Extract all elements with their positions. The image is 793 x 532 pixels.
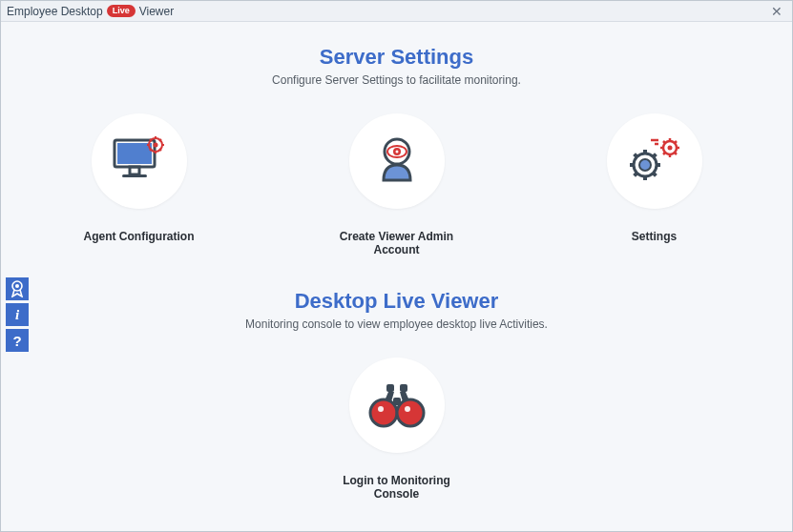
- svg-point-19: [667, 146, 672, 151]
- desktop-live-subtitle: Monitoring console to view employee desk…: [1, 317, 792, 331]
- info-button[interactable]: i: [6, 303, 29, 326]
- login-console-label: Login to Monitoring Console: [321, 474, 473, 501]
- server-settings-subtitle: Configure Server Settings to facilitate …: [1, 73, 792, 87]
- desktop-live-title: Desktop Live Viewer: [1, 289, 792, 314]
- svg-line-25: [675, 153, 677, 154]
- help-icon: ?: [12, 333, 21, 349]
- agent-configuration-icon-circle: [92, 113, 187, 209]
- settings-label: Settings: [632, 230, 677, 243]
- svg-rect-34: [630, 163, 635, 167]
- svg-line-12: [159, 139, 161, 141]
- login-console-tile[interactable]: Login to Monitoring Console: [321, 358, 473, 501]
- settings-icon-circle: [607, 113, 702, 209]
- live-badge: Live: [107, 5, 136, 17]
- tiles-row: Agent Configuration Create Viewer Admin …: [1, 113, 792, 256]
- svg-rect-35: [656, 163, 660, 167]
- agent-configuration-tile[interactable]: Agent Configuration: [63, 113, 216, 256]
- settings-tile[interactable]: Settings: [578, 113, 731, 256]
- agent-configuration-label: Agent Configuration: [84, 230, 195, 243]
- svg-point-43: [370, 399, 397, 426]
- svg-rect-1: [117, 143, 152, 164]
- login-console-icon-circle: [349, 358, 445, 453]
- svg-point-31: [639, 159, 651, 171]
- svg-point-46: [405, 406, 410, 412]
- section-desktop-live: Desktop Live Viewer Monitoring console t…: [1, 289, 792, 501]
- create-admin-icon-circle: [349, 113, 445, 209]
- svg-rect-40: [386, 384, 394, 392]
- content-area: Server Settings Configure Server Setting…: [1, 22, 792, 531]
- svg-rect-33: [643, 175, 647, 180]
- svg-rect-41: [400, 384, 407, 392]
- close-button[interactable]: ✕: [767, 4, 786, 19]
- svg-line-13: [150, 149, 152, 151]
- title-pre: Employee Desktop: [7, 5, 103, 18]
- info-icon: i: [15, 307, 19, 323]
- eye-user-icon: [370, 134, 424, 188]
- svg-line-24: [663, 141, 665, 143]
- svg-line-27: [663, 153, 665, 154]
- award-button[interactable]: [6, 277, 29, 300]
- create-admin-label: Create Viewer Admin Account: [321, 230, 473, 256]
- svg-line-10: [150, 139, 152, 141]
- main-window: Employee Desktop Live Viewer ✕ Server Se…: [0, 0, 793, 532]
- svg-rect-2: [130, 167, 139, 174]
- svg-line-11: [159, 149, 161, 151]
- monitor-gear-icon: [109, 134, 170, 188]
- gears-icon: [624, 134, 685, 188]
- svg-point-5: [153, 143, 157, 148]
- svg-point-17: [395, 151, 398, 153]
- login-tile-row: Login to Monitoring Console: [1, 358, 792, 501]
- binoculars-icon: [367, 380, 427, 430]
- window-title: Employee Desktop Live Viewer: [7, 5, 174, 18]
- svg-rect-32: [643, 150, 647, 154]
- svg-point-44: [397, 399, 424, 426]
- create-admin-tile[interactable]: Create Viewer Admin Account: [321, 113, 473, 256]
- svg-rect-3: [122, 174, 147, 177]
- title-post: Viewer: [139, 5, 174, 18]
- sidebar-buttons: i ?: [6, 277, 29, 352]
- svg-line-26: [675, 141, 677, 143]
- svg-point-48: [15, 284, 19, 288]
- server-settings-title: Server Settings: [1, 45, 792, 70]
- titlebar: Employee Desktop Live Viewer ✕: [1, 1, 792, 22]
- help-button[interactable]: ?: [6, 329, 29, 352]
- svg-point-45: [378, 406, 384, 412]
- award-icon: [10, 280, 25, 297]
